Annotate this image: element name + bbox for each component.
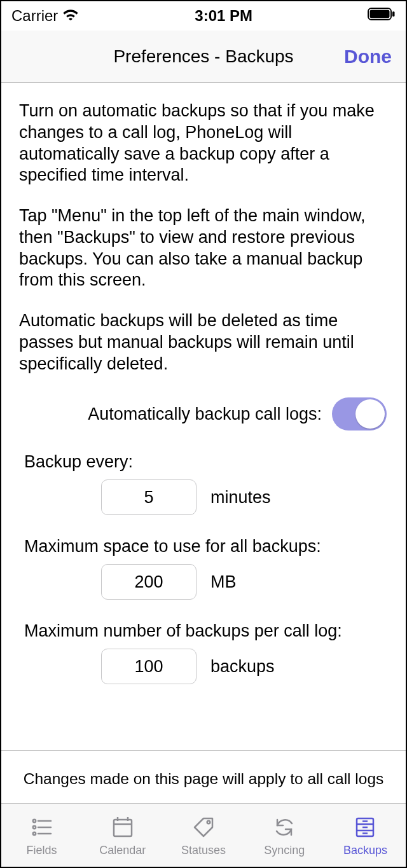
svg-point-3 [32,820,35,822]
backup-every-label: Backup every: [19,452,388,472]
archive-icon [351,813,379,841]
footer-note-area: Changes made on this page will apply to … [1,750,406,803]
backup-every-group: Backup every: minutes [19,452,388,515]
carrier-label: Carrier [11,7,58,25]
max-space-input[interactable] [101,564,197,600]
svg-rect-1 [369,10,389,18]
svg-rect-2 [392,11,395,17]
max-space-label: Maximum space to use for all backups: [19,537,388,556]
max-space-group: Maximum space to use for all backups: MB [19,537,388,600]
svg-rect-9 [114,820,132,836]
max-number-input[interactable] [101,649,197,684]
max-space-unit: MB [210,572,287,592]
backup-every-unit: minutes [210,488,287,507]
tab-syncing-label: Syncing [264,844,305,857]
nav-bar: Preferences - Backups Done [1,31,406,83]
max-number-group: Maximum number of backups per call log: … [19,621,388,684]
tab-statuses-label: Statuses [181,844,226,857]
wifi-icon [62,7,79,25]
status-bar: Carrier 3:01 PM [1,1,406,31]
tab-statuses[interactable]: Statuses [163,813,244,857]
tab-backups[interactable]: Backups [325,813,406,857]
fields-icon [28,813,56,841]
tab-syncing[interactable]: Syncing [244,813,325,857]
backup-every-input[interactable] [101,479,197,515]
tab-calendar-label: Calendar [99,844,146,857]
tab-calendar[interactable]: Calendar [82,813,163,857]
svg-point-21 [207,821,210,824]
tab-backups-label: Backups [343,844,387,857]
battery-icon [368,7,396,25]
auto-backup-toggle-label: Automatically backup call logs: [88,404,322,424]
sync-icon [270,813,298,841]
tag-icon [190,813,217,841]
status-time: 3:01 PM [195,7,252,25]
calendar-icon [109,813,137,841]
description-p3: Automatic backups will be deleted as tim… [19,310,388,375]
description-p1: Turn on automatic backups so that if you… [19,100,388,186]
tab-bar: Fields Calendar [1,803,406,867]
svg-point-5 [32,826,35,829]
done-button[interactable]: Done [344,46,392,67]
footer-note: Changes made on this page will apply to … [11,770,396,788]
auto-backup-toggle[interactable] [332,397,387,431]
max-number-label: Maximum number of backups per call log: [19,621,388,641]
tab-fields[interactable]: Fields [1,813,82,857]
description-p2: Tap "Menu" in the top left of the main w… [19,205,388,291]
tab-fields-label: Fields [27,844,57,857]
svg-point-7 [32,832,35,835]
description-text: Turn on automatic backups so that if you… [19,100,388,375]
auto-backup-toggle-row: Automatically backup call logs: [19,397,388,431]
content-area: Turn on automatic backups so that if you… [1,83,406,750]
max-number-unit: backups [210,657,287,677]
page-title: Preferences - Backups [113,46,293,67]
